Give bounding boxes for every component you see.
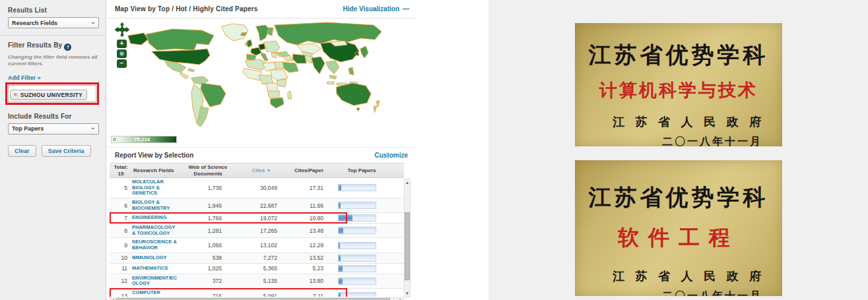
hide-visualization-link[interactable]: Hide Visualization —	[343, 5, 409, 13]
top-papers-bar	[338, 265, 376, 272]
research-field-link[interactable]: MATHEMATICS	[132, 266, 178, 272]
column-header-cites-per-paper[interactable]: Cites/Paper	[285, 167, 333, 173]
research-field-link[interactable]: IMMUNOLOGY	[132, 255, 178, 261]
column-header-cites-sorted[interactable]: Cites ▼	[238, 167, 285, 173]
documents-cell: 1,766	[178, 215, 238, 222]
top-papers-cell	[333, 265, 391, 272]
top-papers-cell	[333, 202, 391, 209]
map-view-title: Map View by Top / Hot / Highly Cited Pap…	[115, 5, 258, 13]
collapse-icon: —	[403, 5, 409, 13]
vertical-scrollbar[interactable]: ▲ ▼	[404, 179, 411, 297]
results-list-label: Results List	[8, 7, 99, 14]
cites-cell: 19,072	[238, 215, 285, 222]
plaque-discipline: 计算机科学与技术	[575, 78, 782, 102]
rank-cell: 5	[110, 185, 132, 191]
filter-tag-suzhou-university[interactable]: ✕ SUZHOU UNIVERSITY	[10, 90, 87, 100]
documents-cell: 1,281	[178, 227, 238, 234]
world-map-visualization[interactable]: + ⊕ − 0 75,216	[107, 18, 416, 148]
top-papers-cell	[333, 184, 391, 191]
horizontal-scrollbar[interactable]: ◀ ▶	[110, 297, 404, 300]
research-field-link[interactable]: MOLECULAR BIOLOGY & GENETICS	[132, 179, 178, 196]
close-icon[interactable]: ✕	[13, 92, 18, 98]
top-papers-cell	[333, 292, 391, 297]
column-header-research-fields[interactable]: Research Fields	[132, 167, 178, 173]
top-papers-bar	[338, 278, 376, 285]
rank-cell: 7	[110, 215, 132, 222]
research-fields-table: Total: 15 Research Fields Web of Science…	[110, 163, 411, 297]
top-papers-bar-fill	[339, 185, 341, 191]
filter-highlight-box: ✕ SUZHOU UNIVERSITY	[5, 82, 99, 105]
top-papers-cell	[333, 242, 391, 249]
table-row: 9NEUROSCIENCE & BEHAVIOR1,06613,10212.29	[110, 238, 404, 253]
cites-per-paper-cell: 17.31	[285, 185, 333, 191]
filters-sidebar: Results List Research Fields ⌄ Filter Re…	[0, 0, 106, 300]
research-field-link[interactable]: NEUROSCIENCE & BEHAVIOR	[132, 239, 178, 251]
cites-cell: 13,102	[238, 242, 285, 249]
map-zoom-out-button[interactable]: −	[117, 59, 127, 68]
cites-per-paper-cell: 13.48	[285, 227, 333, 234]
top-papers-cell	[333, 227, 391, 234]
top-papers-bar-fill	[339, 278, 343, 284]
top-papers-bar	[338, 242, 376, 249]
map-zoom-in-button[interactable]: +	[117, 40, 127, 48]
map-zoom-reset-globe-button[interactable]: ⊕	[117, 49, 127, 58]
include-results-select[interactable]: Top Papers ⌄	[8, 123, 99, 135]
top-papers-bar-fill	[339, 255, 341, 261]
choropleth-world-map	[110, 20, 412, 136]
plaque-issuer: 江 苏 省 人 民 政 府	[575, 114, 782, 130]
top-papers-bar-fill	[339, 293, 341, 297]
save-criteria-button[interactable]: Save Criteria	[42, 145, 91, 157]
cites-per-paper-cell: 12.29	[285, 242, 333, 249]
results-list-value: Research Fields	[12, 20, 57, 26]
include-results-value: Top Papers	[12, 125, 44, 132]
map-pan-control[interactable]	[114, 21, 131, 38]
scroll-down-icon[interactable]: ▼	[405, 290, 410, 297]
top-papers-bar-fill	[339, 227, 343, 233]
cites-cell: 22,687	[238, 202, 285, 209]
column-header-documents[interactable]: Web of Science Documents	[178, 164, 238, 176]
research-field-link[interactable]: ENVIRONMENT/ECOLOGY	[132, 276, 178, 287]
table-header-row: Total: 15 Research Fields Web of Science…	[110, 163, 404, 178]
help-icon[interactable]: ?	[64, 44, 71, 51]
documents-cell: 1,946	[178, 202, 238, 209]
scroll-up-icon[interactable]: ▲	[405, 179, 410, 186]
clear-button[interactable]: Clear	[8, 145, 36, 157]
top-papers-bar-fill	[339, 266, 343, 272]
top-papers-bar	[338, 214, 376, 222]
table-row: 11MATHEMATICS1,0255,3655.23	[110, 264, 404, 274]
top-papers-cell	[333, 214, 391, 222]
documents-cell: 1,025	[178, 265, 238, 272]
documents-cell: 1,736	[178, 185, 238, 191]
research-field-link[interactable]: COMPUTER SCIENCE	[132, 290, 178, 297]
research-field-link[interactable]: PHARMACOLOGY & TOXICOLOGY	[132, 225, 178, 236]
column-header-top-papers[interactable]: Top Papers	[333, 167, 391, 173]
top-papers-bar	[338, 292, 376, 297]
table-row: 12ENVIRONMENT/ECOLOGY3725,13513.80	[110, 274, 404, 289]
top-papers-cell	[333, 278, 391, 285]
results-list-select[interactable]: Research Fields ⌄	[8, 17, 99, 28]
plaque-date: 二〇一八年十一月	[575, 289, 782, 296]
cites-per-paper-cell: 11.66	[285, 202, 333, 209]
column-header-total[interactable]: Total: 15	[110, 164, 132, 176]
table-body: 5MOLECULAR BIOLOGY & GENETICS1,73630,049…	[110, 178, 404, 297]
plaque-software-engineering: 江苏省优势学科 软件工程 江 苏 省 人 民 政 府 二〇一八年十一月	[575, 160, 782, 296]
table-row: 8PHARMACOLOGY & TOXICOLOGY1,28117,26513.…	[110, 224, 404, 238]
divider	[0, 35, 106, 36]
vertical-scroll-thumb[interactable]	[405, 212, 410, 280]
documents-cell: 1,066	[178, 242, 238, 249]
cites-per-paper-cell: 13.80	[285, 278, 333, 284]
filter-tag-label: SUZHOU UNIVERSITY	[20, 92, 83, 98]
top-papers-bar-fill	[339, 215, 352, 221]
top-papers-bar	[338, 184, 376, 191]
table-row: 7ENGINEERING1,76619,07210.80	[110, 213, 404, 224]
rank-cell: 11	[110, 265, 132, 272]
add-filter-link[interactable]: Add Filter »	[8, 75, 41, 81]
table-row: 13COMPUTER SCIENCE7165,0917.11	[110, 289, 404, 297]
report-view-title: Report View by Selection	[115, 152, 193, 159]
filter-input[interactable]: ✕ SUZHOU UNIVERSITY	[8, 85, 96, 102]
plaque-issuer: 江 苏 省 人 民 政 府	[575, 268, 782, 284]
sort-descending-icon: ▼	[266, 168, 271, 173]
research-field-link[interactable]: BIOLOGY & BIOCHEMISTRY	[132, 200, 178, 211]
research-field-link[interactable]: ENGINEERING	[132, 215, 178, 221]
customize-link[interactable]: Customize	[374, 152, 408, 159]
